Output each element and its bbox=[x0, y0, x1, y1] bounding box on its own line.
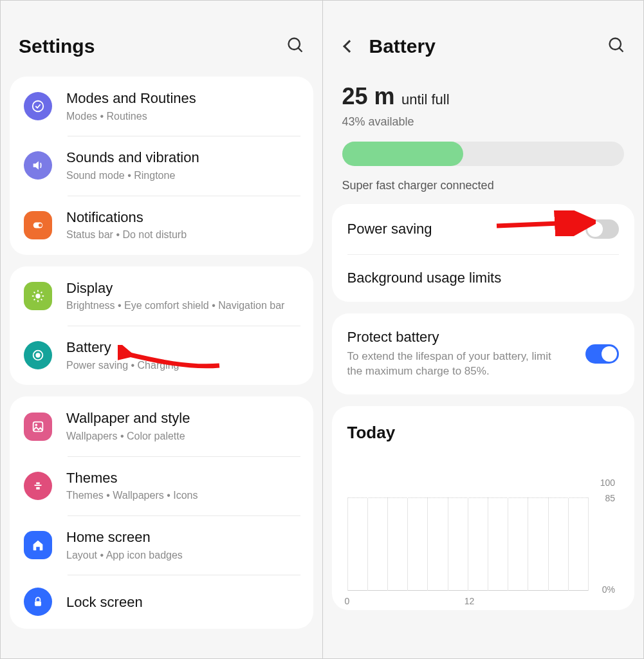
setting-protect-battery[interactable]: Protect battery To extend the lifespan o… bbox=[332, 313, 635, 394]
battery-header: Battery bbox=[323, 1, 644, 77]
item-sub: Themes • Wallpapers • Icons bbox=[66, 489, 299, 503]
svg-point-15 bbox=[36, 354, 40, 358]
lock-icon bbox=[24, 588, 52, 616]
page-title: Battery bbox=[369, 35, 436, 57]
svg-point-19 bbox=[610, 39, 621, 50]
item-title: Battery bbox=[66, 339, 299, 357]
search-icon[interactable] bbox=[286, 36, 304, 57]
y-tick-label: 0% bbox=[602, 584, 615, 595]
settings-item-wallpaper[interactable]: Wallpaper and style Wallpapers • Color p… bbox=[10, 396, 313, 456]
battery-screen: Battery 25 m until full 43% available Su… bbox=[322, 1, 644, 658]
y-tick-label: 100 bbox=[600, 478, 615, 488]
settings-item-battery[interactable]: Battery Power saving • Charging bbox=[10, 326, 313, 385]
battery-bar bbox=[342, 142, 625, 166]
settings-item-themes[interactable]: Themes Themes • Wallpapers • Icons bbox=[10, 456, 313, 515]
chevron-left-icon bbox=[343, 40, 356, 53]
protect-battery-card: Protect battery To extend the lifespan o… bbox=[332, 313, 635, 394]
setting-title: Power saving bbox=[347, 221, 432, 237]
item-sub: Power saving • Charging bbox=[66, 359, 299, 373]
x-tick-label: 12 bbox=[465, 596, 475, 606]
battery-bar-fill bbox=[342, 142, 464, 166]
item-title: Home screen bbox=[66, 528, 299, 546]
settings-group: Display Brightness • Eye comfort shield … bbox=[10, 266, 313, 385]
item-sub: Sound mode • Ringtone bbox=[66, 169, 299, 183]
item-title: Themes bbox=[66, 469, 299, 487]
battery-summary: 25 m until full 43% available Super fast… bbox=[323, 77, 644, 204]
settings-header: Settings bbox=[1, 1, 322, 77]
svg-line-12 bbox=[34, 299, 35, 301]
wallpaper-icon bbox=[24, 413, 52, 441]
settings-item-lock-screen[interactable]: Lock screen bbox=[10, 575, 313, 629]
power-saving-toggle[interactable] bbox=[585, 219, 619, 239]
svg-line-13 bbox=[41, 292, 42, 293]
item-sub: Brightness • Eye comfort shield • Naviga… bbox=[66, 299, 299, 313]
item-sub: Status bar • Do not disturb bbox=[66, 228, 299, 242]
settings-item-modes-routines[interactable]: Modes and Routines Modes • Routines bbox=[10, 77, 313, 136]
protect-battery-toggle[interactable] bbox=[585, 344, 619, 364]
setting-sub: To extend the lifespan of your battery, … bbox=[347, 349, 566, 379]
today-usage-card[interactable]: Today 100 85 0% 0 bbox=[332, 406, 635, 610]
back-button[interactable] bbox=[341, 42, 354, 51]
item-sub: Layout • App icon badges bbox=[66, 549, 299, 562]
svg-line-10 bbox=[34, 292, 35, 293]
settings-group: Modes and Routines Modes • Routines Soun… bbox=[10, 77, 313, 255]
settings-group: Wallpaper and style Wallpapers • Color p… bbox=[10, 396, 313, 629]
battery-icon bbox=[24, 341, 52, 369]
setting-title: Background usage limits bbox=[347, 270, 502, 286]
settings-item-display[interactable]: Display Brightness • Eye comfort shield … bbox=[10, 266, 313, 326]
svg-rect-16 bbox=[33, 422, 43, 431]
themes-icon bbox=[24, 472, 52, 500]
svg-point-4 bbox=[39, 223, 42, 227]
settings-item-home-screen[interactable]: Home screen Layout • App icon badges bbox=[10, 515, 313, 575]
item-title: Lock screen bbox=[66, 593, 299, 611]
setting-bg-limits[interactable]: Background usage limits bbox=[332, 254, 635, 302]
today-title: Today bbox=[347, 423, 620, 443]
search-icon[interactable] bbox=[607, 36, 625, 57]
settings-item-notifications[interactable]: Notifications Status bar • Do not distur… bbox=[10, 196, 313, 255]
percent-available: 43% available bbox=[342, 115, 625, 129]
item-title: Modes and Routines bbox=[66, 89, 299, 107]
svg-point-2 bbox=[33, 101, 44, 112]
item-title: Wallpaper and style bbox=[66, 409, 299, 427]
battery-options: Power saving Background usage limits bbox=[332, 204, 635, 302]
display-icon bbox=[24, 282, 52, 310]
x-tick-label: 0 bbox=[345, 596, 350, 606]
svg-line-20 bbox=[620, 48, 623, 52]
svg-point-5 bbox=[35, 293, 40, 298]
home-icon bbox=[24, 531, 52, 559]
svg-line-11 bbox=[41, 299, 42, 301]
svg-point-17 bbox=[35, 423, 37, 426]
routines-icon bbox=[24, 92, 52, 120]
item-sub: Modes • Routines bbox=[66, 110, 299, 124]
charger-status: Super fast charger connected bbox=[342, 179, 625, 192]
setting-title: Protect battery bbox=[347, 329, 566, 346]
sound-icon bbox=[24, 151, 52, 180]
svg-rect-18 bbox=[35, 602, 41, 607]
settings-item-sounds[interactable]: Sounds and vibration Sound mode • Ringto… bbox=[10, 136, 313, 195]
time-suffix: until full bbox=[401, 91, 450, 107]
item-title: Sounds and vibration bbox=[66, 149, 299, 167]
item-title: Display bbox=[66, 279, 299, 297]
time-until-full: 25 m bbox=[342, 83, 395, 109]
item-title: Notifications bbox=[66, 209, 299, 227]
setting-power-saving[interactable]: Power saving bbox=[332, 204, 635, 254]
notifications-icon bbox=[24, 211, 52, 239]
battery-usage-chart: 100 85 0% 0 12 bbox=[347, 481, 620, 604]
svg-point-0 bbox=[288, 39, 300, 50]
y-tick-label: 85 bbox=[605, 493, 615, 503]
svg-line-1 bbox=[298, 48, 302, 52]
settings-screen: Settings Modes and Routines Modes • Rout… bbox=[1, 1, 322, 658]
page-title: Settings bbox=[19, 35, 95, 57]
item-sub: Wallpapers • Color palette bbox=[66, 430, 299, 443]
